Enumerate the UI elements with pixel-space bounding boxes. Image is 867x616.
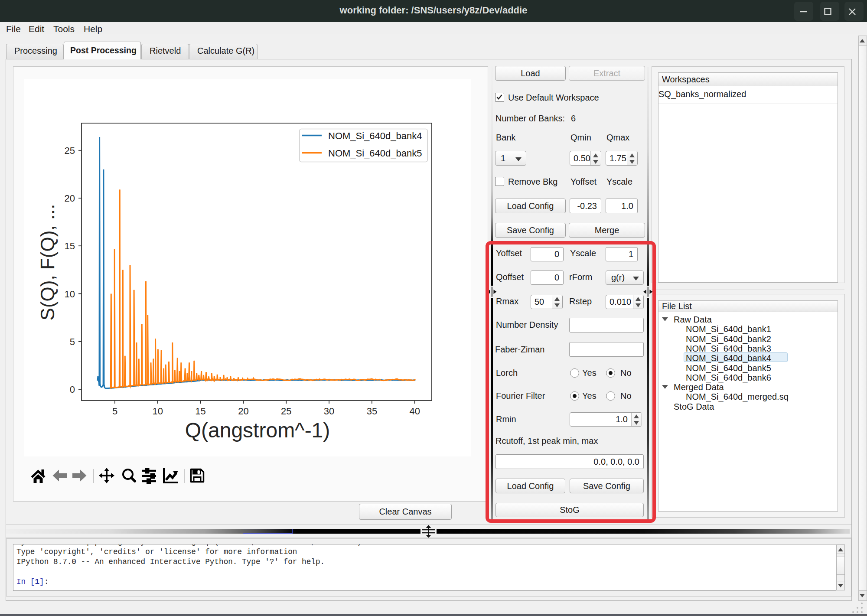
svg-text:S(Q), F(Q), ...: S(Q), F(Q), ... (37, 204, 58, 321)
svg-text:10: 10 (153, 406, 163, 417)
svg-text:Q(angstrom^-1): Q(angstrom^-1) (185, 419, 330, 442)
svg-text:30: 30 (324, 406, 334, 417)
svg-text:15: 15 (195, 406, 205, 417)
svg-text:5: 5 (70, 336, 75, 347)
svg-text:25: 25 (281, 406, 291, 417)
svg-text:NOM_Si_640d_bank5: NOM_Si_640d_bank5 (328, 148, 422, 159)
svg-text:10: 10 (65, 289, 75, 300)
svg-text:5: 5 (112, 406, 117, 417)
svg-text:15: 15 (65, 241, 75, 251)
svg-text:20: 20 (238, 406, 248, 417)
svg-text:40: 40 (409, 406, 420, 417)
svg-text:25: 25 (65, 145, 75, 156)
svg-text:NOM_Si_640d_bank4: NOM_Si_640d_bank4 (328, 130, 422, 141)
svg-text:20: 20 (65, 193, 75, 204)
svg-text:0: 0 (70, 384, 75, 395)
svg-text:35: 35 (367, 406, 377, 417)
